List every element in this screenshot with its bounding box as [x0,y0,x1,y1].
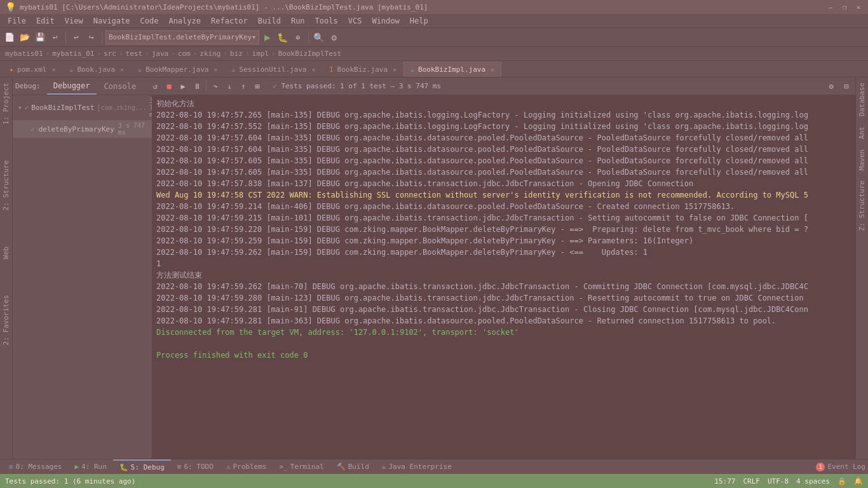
menu-run[interactable]: Run [286,14,310,28]
toolbar-new-btn[interactable]: 📄 [3,30,17,44]
test-class-item[interactable]: ▾ ✓ BookBizImplTest [com.zking... 3 s 74… [13,95,152,120]
title-bar-left: 💡 mybatis01 [C:\Users\Administrator\Idea… [5,2,428,12]
tab-label-sessionutil: SessionUtil.java [240,65,307,74]
test-tree-panel: ▾ ✓ BookBizImplTest [com.zking... 3 s 74… [13,95,153,459]
breadcrumb-zking[interactable]: zking [200,50,220,58]
tab-pomxml[interactable]: ✦ pom.xml ✕ [3,62,62,77]
menu-build[interactable]: Build [253,14,286,28]
maximize-button[interactable]: ❐ [840,3,849,11]
menu-analyze[interactable]: Analyze [163,14,206,28]
menu-code[interactable]: Code [135,14,164,28]
breadcrumb-com[interactable]: com [178,50,191,58]
bottom-tab-problems[interactable]: ⚠ Problems [220,459,273,475]
debug-stepinto-btn[interactable]: ↓ [223,80,236,93]
toolbar-sync-btn[interactable]: ↩ [48,30,62,44]
status-line-ending[interactable]: CRLF [743,477,760,485]
breadcrumb-impl[interactable]: impl [252,50,269,58]
tab-bookmapper[interactable]: ☕ BookMapper.java ✕ [131,62,224,77]
settings-btn[interactable]: ⚙ [327,30,341,44]
tab-close-bookbiz[interactable]: ✕ [393,66,397,73]
right-panel-structure[interactable]: Z: Structure [856,175,868,236]
debug-resume-btn[interactable]: ▶ [177,80,189,93]
tab-close-bookmapper[interactable]: ✕ [214,66,217,73]
breadcrumb-src[interactable]: src [104,50,116,58]
tab-close-bookbizimpl[interactable]: ✕ [491,66,494,73]
debug-eval-btn[interactable]: ⊞ [251,80,264,93]
toolbar-open-btn[interactable]: 📂 [18,30,32,44]
tab-close-sessionutil[interactable]: ✕ [312,66,316,73]
menu-vcs[interactable]: VCS [343,14,367,28]
toolbar-save-btn[interactable]: 💾 [33,30,47,44]
coverage-btn[interactable]: ⊕ [291,30,305,44]
tab-debugger[interactable]: Debugger [47,78,97,95]
console-output[interactable]: 初始化方法 2022-08-10 19:47:57.265 [main-135]… [153,95,855,459]
bottom-tab-debug[interactable]: 🐛 5: Debug [113,459,171,475]
debug-maximize-btn[interactable]: ⊡ [840,80,853,93]
event-log-label[interactable]: Event Log [827,463,865,471]
menu-navigate[interactable]: Navigate [88,14,135,28]
tests-status: ✓ Tests passed: 1 of 1 test – 3 s 747 ms [273,82,441,90]
breadcrumb-java[interactable]: java [152,50,169,58]
run-icon: ▶ [74,463,79,471]
menu-tools[interactable]: Tools [310,14,343,28]
menu-edit[interactable]: Edit [31,14,60,28]
tab-bookjava[interactable]: ☕ Book.java ✕ [62,62,131,77]
test-pass-status-class: ✓ [25,104,29,112]
tab-sessionutil[interactable]: ☕ SessionUtil.java ✕ [225,62,323,77]
test-method-item[interactable]: ✓ deleteByPrimaryKey 3 s 747 ms [13,120,152,138]
tab-console[interactable]: Console [98,78,143,95]
test-method-label: deleteByPrimaryKey [39,125,114,133]
log-line-process: Process finished with exit code 0 [155,349,853,361]
breadcrumb-mybatis01[interactable]: mybatis01 [5,50,43,58]
toolbar-undo-btn[interactable]: ↩ [69,30,83,44]
close-button[interactable]: ✕ [854,3,863,11]
tab-close-bookjava[interactable]: ✕ [120,66,124,73]
toolbar-redo-btn[interactable]: ↪ [85,30,98,44]
breadcrumb-mybatis_01[interactable]: mybatis_01 [52,50,94,58]
status-indent[interactable]: 4 spaces [796,477,830,485]
menu-view[interactable]: View [60,14,88,28]
left-panel-web[interactable]: Web [0,241,12,264]
breadcrumb-biz[interactable]: biz [230,50,243,58]
debug-stepout-btn[interactable]: ↑ [237,80,250,93]
tab-close-pomxml[interactable]: ✕ [51,66,55,73]
event-log-notif: 1 [816,463,825,471]
debug-stepover-btn[interactable]: ↷ [209,80,222,93]
bottom-tab-todo[interactable]: ≡ 6: TODO [171,459,220,475]
debug-btn[interactable]: 🐛 [276,30,290,44]
status-encoding[interactable]: UTF-8 [768,477,789,485]
left-panel-project[interactable]: 1: Project [0,78,12,130]
bottom-tab-javaenterprise[interactable]: ☕ Java Enterprise [376,459,458,475]
messages-num: ⊙ [9,463,13,471]
run-config-combo[interactable]: BookBizImplTest.deleteByPrimaryKey ▾ [105,30,259,44]
menu-refactor[interactable]: Refactor [206,14,253,28]
bottom-tab-messages[interactable]: ⊙ 0: Messages [3,459,68,475]
bottom-tab-terminal[interactable]: >_ Terminal [273,459,330,475]
debug-pause-btn[interactable]: ⏸ [191,80,203,93]
left-panel-structure[interactable]: 2: Structure [0,155,12,215]
tab-bookbizimpl[interactable]: ☕ BookBizImpl.java ✕ [403,62,501,77]
search-btn[interactable]: 🔍 [312,30,326,44]
tab-label-bookbiz: BookBiz.java [337,65,388,74]
menu-help[interactable]: Help [405,14,433,28]
right-panel-ant[interactable]: Ant [856,121,868,144]
bottom-tab-run[interactable]: ▶ 4: Run [68,459,112,475]
debug-stop-btn[interactable]: ■ [163,80,175,93]
right-panel-database[interactable]: Database [856,78,868,121]
tab-icon-sessionutil: ☕ [232,66,236,73]
breadcrumb-test[interactable]: test [126,50,143,58]
test-package-hint: [com.zking... [97,104,147,111]
bottom-tab-build[interactable]: 🔨 Build [330,459,376,475]
debug-settings-btn[interactable]: ⚙ [825,80,837,93]
status-line[interactable]: 15:77 [714,477,735,485]
terminal-icon: >_ [279,463,287,471]
debug-rerun-btn[interactable]: ↺ [149,80,161,93]
run-btn[interactable]: ▶ [261,30,275,44]
minimize-button[interactable]: — [826,3,835,11]
breadcrumb-class[interactable]: BookBizImplTest [278,50,341,58]
menu-file[interactable]: File [3,14,31,28]
tab-bookbiz[interactable]: I BookBiz.java ✕ [323,62,404,77]
right-panel-maven[interactable]: Maven [856,144,868,175]
left-panel-favorites[interactable]: 2: Favorites [0,290,12,350]
menu-window[interactable]: Window [367,14,404,28]
